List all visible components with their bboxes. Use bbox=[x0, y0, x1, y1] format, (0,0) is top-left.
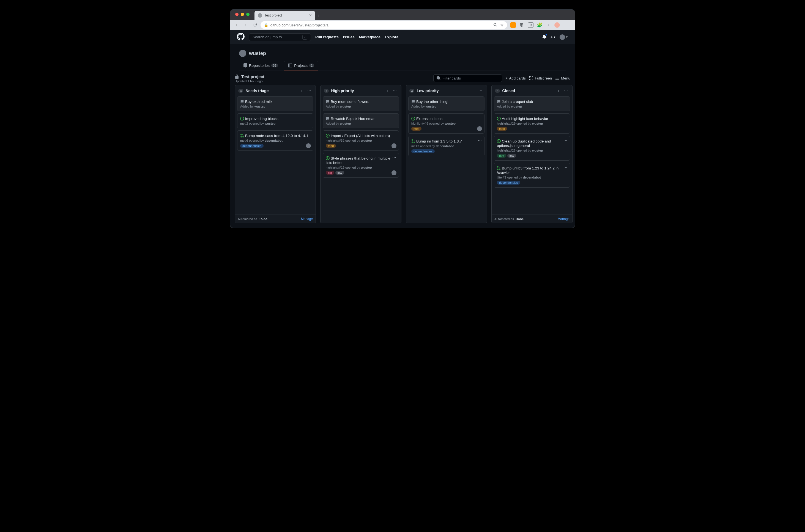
card-title[interactable]: Extension Icons bbox=[416, 117, 442, 121]
assignee-avatar[interactable] bbox=[306, 143, 311, 148]
browser-menu-icon[interactable]: ⋮ bbox=[563, 21, 571, 29]
menu-button[interactable]: Menu bbox=[555, 76, 570, 80]
label-dependencies[interactable]: dependencies bbox=[497, 181, 520, 185]
card-menu-icon[interactable]: ⋯ bbox=[478, 138, 482, 143]
add-cards-button[interactable]: +Add cards bbox=[505, 76, 526, 80]
label-dependencies[interactable]: dependencies bbox=[240, 144, 264, 148]
assignee-avatar[interactable] bbox=[477, 126, 482, 131]
project-card[interactable]: ⋯Extension Iconshighlighty#9 opened by w… bbox=[408, 113, 484, 134]
project-card[interactable]: ⋯Buy expired milkAdded by wustep bbox=[237, 96, 313, 111]
filter-cards-input[interactable]: Filter cards bbox=[433, 74, 502, 82]
card-menu-icon[interactable]: ⋯ bbox=[392, 116, 397, 120]
extensions-menu-icon[interactable]: 🧩 bbox=[537, 22, 542, 28]
project-card[interactable]: ⋯Clean up duplicated code and options.js… bbox=[494, 136, 570, 160]
close-tab-icon[interactable]: × bbox=[309, 13, 312, 18]
label-dependencies[interactable]: dependencies bbox=[411, 149, 435, 153]
manage-automation-link[interactable]: Manage bbox=[558, 217, 570, 221]
card-menu-icon[interactable]: ⋯ bbox=[307, 99, 311, 103]
ublock-icon[interactable]: ⛨ bbox=[519, 22, 525, 28]
global-search-input[interactable]: Search or jump to... / bbox=[249, 33, 311, 41]
address-bar[interactable]: 🔒 github.com/users/wustep/projects/1 ☆ bbox=[261, 21, 507, 29]
new-tab-button[interactable]: + bbox=[315, 13, 323, 20]
card-title[interactable]: Bump ini from 1.3.5 to 1.3.7 bbox=[416, 139, 462, 143]
project-card[interactable]: ⋯Bump ini from 1.3.5 to 1.3.7me#7 opened… bbox=[408, 136, 484, 156]
search-in-page-icon[interactable] bbox=[493, 22, 497, 28]
project-card[interactable]: ⋯Style phrases that belong in multiple l… bbox=[323, 153, 399, 178]
card-menu-icon[interactable]: ⋯ bbox=[392, 155, 397, 160]
label-med[interactable]: med bbox=[411, 127, 421, 131]
project-card[interactable]: ⋯Audit highlight icon behaviorhighlighty… bbox=[494, 113, 570, 134]
card-title[interactable]: Bump urllib3 from 1.23 to 1.24.2 in /cra… bbox=[497, 166, 558, 175]
browser-tab[interactable]: Test project × bbox=[254, 11, 315, 20]
column-menu-icon[interactable]: ⋯ bbox=[306, 88, 312, 94]
notifications-icon[interactable] bbox=[542, 34, 547, 40]
add-card-button[interactable]: + bbox=[556, 88, 561, 94]
column-menu-icon[interactable]: ⋯ bbox=[477, 88, 483, 94]
label-med[interactable]: med bbox=[326, 144, 336, 148]
project-title[interactable]: Test project bbox=[241, 74, 264, 79]
nav-link-explore[interactable]: Explore bbox=[385, 35, 399, 39]
label-low[interactable]: low bbox=[507, 154, 516, 158]
card-title[interactable]: Improved tag blocks bbox=[245, 117, 279, 121]
card-menu-icon[interactable]: ⋯ bbox=[563, 138, 568, 143]
user-menu-dropdown[interactable]: ▼ bbox=[560, 34, 568, 40]
card-menu-icon[interactable]: ⋯ bbox=[307, 133, 311, 137]
project-card[interactable]: ⋯Buy mom some flowersAdded by wustep bbox=[323, 96, 399, 111]
maximize-window-icon[interactable] bbox=[246, 13, 250, 16]
assignee-avatar[interactable] bbox=[391, 143, 397, 148]
tab-repositories[interactable]: Repositories35 bbox=[239, 61, 282, 70]
bookmark-icon[interactable]: ☆ bbox=[500, 23, 504, 27]
minimize-window-icon[interactable] bbox=[241, 13, 244, 16]
github-logo[interactable] bbox=[237, 33, 245, 41]
column-menu-icon[interactable]: ⋯ bbox=[563, 88, 569, 94]
project-card[interactable]: ⋯Join a croquet clubAdded by wustep bbox=[494, 96, 570, 111]
add-card-button[interactable]: + bbox=[385, 88, 389, 94]
extension-icon-r[interactable]: R bbox=[528, 22, 534, 28]
project-card[interactable]: ⋯Import / Export (All Lists with colors)… bbox=[323, 130, 399, 151]
card-title[interactable]: Clean up duplicated code and options.js … bbox=[497, 139, 551, 148]
nav-link-marketplace[interactable]: Marketplace bbox=[359, 35, 381, 39]
profile-avatar-icon[interactable] bbox=[554, 22, 560, 28]
add-card-button[interactable]: + bbox=[471, 88, 475, 94]
column-title: Low priority bbox=[417, 89, 468, 93]
card-title[interactable]: Bump node-sass from 4.12.0 to 4.14.1 bbox=[245, 134, 308, 138]
nav-link-pull-requests[interactable]: Pull requests bbox=[315, 35, 339, 39]
assignee-avatar[interactable] bbox=[391, 170, 397, 175]
extension-icon[interactable] bbox=[510, 22, 516, 28]
card-title[interactable]: Style phrases that belong in multiple li… bbox=[326, 156, 390, 165]
card-title[interactable]: Audit highlight icon behavior bbox=[502, 117, 548, 121]
manage-automation-link[interactable]: Manage bbox=[301, 217, 313, 221]
column-menu-icon[interactable]: ⋯ bbox=[392, 88, 398, 94]
fullscreen-button[interactable]: Fullscreen bbox=[529, 76, 552, 80]
card-menu-icon[interactable]: ⋯ bbox=[563, 165, 568, 170]
tab-projects[interactable]: Projects1 bbox=[284, 61, 318, 71]
card-menu-icon[interactable]: ⋯ bbox=[563, 116, 568, 120]
add-card-button[interactable]: + bbox=[300, 88, 304, 94]
profile-avatar[interactable] bbox=[239, 50, 246, 57]
media-control-icon[interactable]: ♪ bbox=[545, 22, 551, 28]
window-controls[interactable] bbox=[233, 10, 252, 20]
forward-button[interactable] bbox=[242, 21, 250, 29]
card-menu-icon[interactable]: ⋯ bbox=[478, 99, 482, 103]
card-menu-icon[interactable]: ⋯ bbox=[478, 116, 482, 120]
card-menu-icon[interactable]: ⋯ bbox=[563, 99, 568, 103]
card-menu-icon[interactable]: ⋯ bbox=[392, 133, 397, 137]
profile-username[interactable]: wustep bbox=[249, 51, 266, 56]
card-menu-icon[interactable]: ⋯ bbox=[392, 99, 397, 103]
nav-link-issues[interactable]: Issues bbox=[343, 35, 354, 39]
back-button[interactable] bbox=[232, 21, 240, 29]
label-dev[interactable]: dev bbox=[497, 154, 506, 158]
project-card[interactable]: ⋯Rewatch Bojack HorsemanAdded by wustep bbox=[323, 113, 399, 128]
label-big[interactable]: big bbox=[326, 171, 334, 175]
project-card[interactable]: ⋯Bump node-sass from 4.12.0 to 4.14.1me#… bbox=[237, 130, 313, 151]
label-low[interactable]: low bbox=[336, 171, 344, 175]
label-med[interactable]: med bbox=[497, 127, 507, 131]
reload-button[interactable] bbox=[251, 21, 259, 29]
card-menu-icon[interactable]: ⋯ bbox=[307, 116, 311, 120]
card-title[interactable]: Import / Export (All Lists with colors) bbox=[331, 134, 390, 138]
project-card[interactable]: ⋯Bump urllib3 from 1.23 to 1.24.2 in /cr… bbox=[494, 163, 570, 188]
create-new-dropdown[interactable]: +▼ bbox=[551, 35, 556, 39]
close-window-icon[interactable] bbox=[235, 13, 238, 16]
project-card[interactable]: ⋯Improved tag blocksme#2 opened by wuste… bbox=[237, 113, 313, 128]
project-card[interactable]: ⋯Buy the other thing!Added by wustep bbox=[408, 96, 484, 111]
